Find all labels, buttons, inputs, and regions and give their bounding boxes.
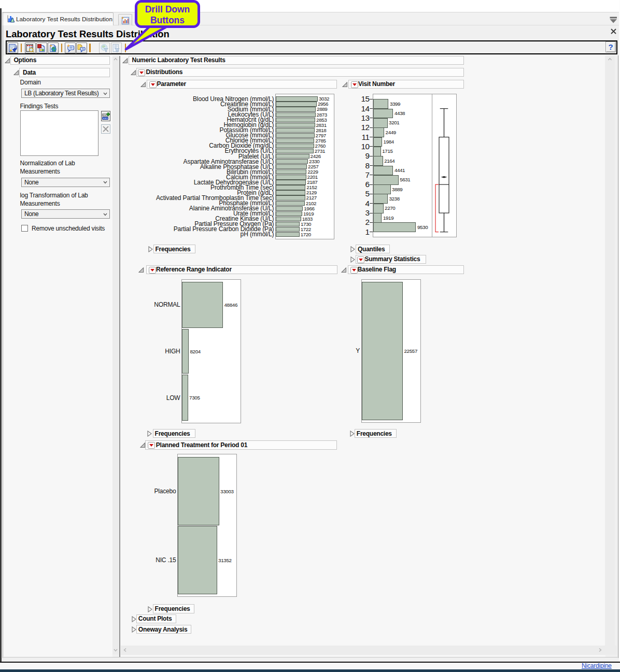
svg-text:Buttons: Buttons <box>150 15 185 25</box>
svg-text:Drill Down: Drill Down <box>145 4 190 15</box>
